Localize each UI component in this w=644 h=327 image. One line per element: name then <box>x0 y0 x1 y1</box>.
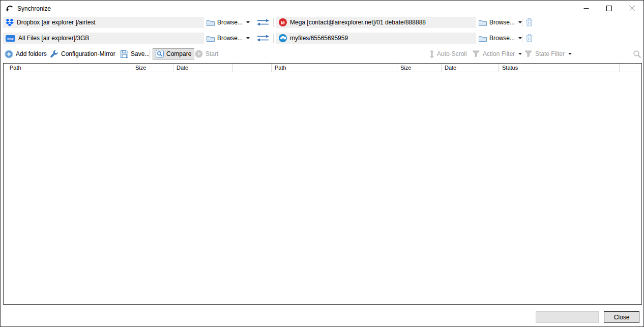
add-icon <box>5 50 13 58</box>
add-folders-label: Add folders <box>16 50 47 57</box>
target-path-text: Mega [contact@airexplorer.net]/01 debate… <box>290 19 426 26</box>
separator <box>273 18 274 27</box>
chevron-down-icon <box>246 21 250 23</box>
add-folders-button[interactable]: Add folders <box>3 48 48 60</box>
wrench-icon <box>50 50 58 58</box>
sync-pair-row: box All Files [air explorer]/3GB Browse.… <box>1 33 643 44</box>
chevron-down-icon <box>568 53 572 55</box>
separator <box>149 50 150 58</box>
auto-scroll-button[interactable]: Auto-Scroll <box>428 48 469 60</box>
sync-direction-button[interactable] <box>256 18 270 26</box>
browse-label: Browse... <box>217 19 243 26</box>
folder-icon <box>479 19 487 26</box>
compare-icon <box>156 50 164 58</box>
results-grid: Path Size Date Path Size Date Status <box>3 63 642 305</box>
compare-label: Compare <box>166 50 191 57</box>
browse-label: Browse... <box>217 35 243 42</box>
grid-header: Path Size Date Path Size Date Status <box>4 64 641 72</box>
target-path-field[interactable]: M Mega [contact@airexplorer.net]/01 deba… <box>276 17 476 28</box>
configuration-mirror-label: Configuration-Mirror <box>61 50 115 57</box>
search-icon <box>633 50 641 58</box>
save-icon <box>121 50 128 58</box>
column-header-filler <box>620 64 641 72</box>
browse-label: Browse... <box>489 19 515 26</box>
source-path-field[interactable]: box All Files [air explorer]/3GB <box>3 33 204 44</box>
column-header-path-left[interactable]: Path <box>4 64 132 72</box>
separator <box>273 34 274 43</box>
mega-icon: M <box>279 18 287 26</box>
save-button[interactable]: Save... <box>119 48 151 60</box>
maximize-icon <box>606 6 612 11</box>
column-header-path-right[interactable]: Path <box>272 64 397 72</box>
state-filter-button[interactable]: State Filter <box>523 48 573 60</box>
close-icon <box>629 6 635 11</box>
play-icon <box>195 50 203 58</box>
auto-scroll-icon <box>429 50 434 58</box>
close-button[interactable]: Close <box>604 311 639 323</box>
svg-text:M: M <box>281 20 285 25</box>
search-button[interactable] <box>631 48 643 60</box>
sync-arrows-icon <box>256 18 270 26</box>
titlebar: Synchronize <box>1 1 643 16</box>
browse-target-button[interactable]: Browse... <box>479 33 522 44</box>
state-filter-label: State Filter <box>535 50 565 57</box>
chevron-down-icon <box>518 53 522 55</box>
sync-arrows-icon <box>256 34 270 42</box>
filter-icon <box>472 50 480 57</box>
opendrive-icon <box>279 34 287 42</box>
toolbar: Add folders Configuration-Mirror Save...… <box>1 48 643 60</box>
chevron-down-icon <box>518 21 522 23</box>
compare-button[interactable]: Compare <box>153 48 194 60</box>
browse-source-button[interactable]: Browse... <box>207 17 250 28</box>
configuration-mirror-button[interactable]: Configuration-Mirror <box>48 48 117 60</box>
column-header-size-left[interactable]: Size <box>132 64 173 72</box>
trash-icon <box>525 34 533 42</box>
secondary-action-button[interactable] <box>536 311 599 323</box>
app-sync-icon <box>6 4 14 13</box>
target-path-field[interactable]: myfiles/65565695959 <box>276 33 476 44</box>
separator <box>522 34 522 43</box>
start-label: Start <box>206 50 218 57</box>
minimize-icon <box>583 6 589 11</box>
column-header-date-left[interactable]: Date <box>173 64 233 72</box>
close-window-button[interactable] <box>621 1 643 16</box>
browse-target-button[interactable]: Browse... <box>479 17 522 28</box>
start-button[interactable]: Start <box>193 48 220 60</box>
grid-body-empty[interactable] <box>4 72 641 304</box>
synchronize-window: Synchronize Dropbox [air explorer ] <box>0 0 644 327</box>
window-controls <box>575 1 643 16</box>
chevron-down-icon <box>246 37 250 39</box>
source-path-text: Dropbox [air explorer ]/airtest <box>17 19 96 26</box>
column-header-action[interactable] <box>233 64 272 72</box>
delete-pair-button[interactable] <box>525 34 534 43</box>
window-title: Synchronize <box>17 5 51 12</box>
dropbox-icon <box>6 19 14 26</box>
target-path-text: myfiles/65565695959 <box>290 35 348 42</box>
browse-source-button[interactable]: Browse... <box>207 33 250 44</box>
box-icon: box <box>6 35 15 42</box>
source-path-text: All Files [air explorer]/3GB <box>18 35 89 42</box>
auto-scroll-label: Auto-Scroll <box>437 50 467 57</box>
column-header-date-right[interactable]: Date <box>442 64 499 72</box>
svg-text:box: box <box>7 37 14 40</box>
sync-pair-row: Dropbox [air explorer ]/airtest Browse..… <box>1 17 643 28</box>
separator <box>522 18 522 27</box>
separator <box>252 34 252 43</box>
column-header-status[interactable]: Status <box>499 64 620 72</box>
maximize-button[interactable] <box>598 1 621 16</box>
sync-direction-button[interactable] <box>256 34 270 42</box>
chevron-down-icon <box>518 37 522 39</box>
folder-icon <box>207 19 215 26</box>
folder-icon <box>479 35 487 42</box>
minimize-button[interactable] <box>575 1 598 16</box>
action-filter-button[interactable]: Action Filter <box>471 48 523 60</box>
save-label: Save... <box>131 50 150 57</box>
delete-pair-button[interactable] <box>525 18 534 27</box>
separator <box>252 18 252 27</box>
folder-icon <box>207 35 215 42</box>
filter-icon <box>524 50 533 57</box>
browse-label: Browse... <box>489 35 515 42</box>
column-header-size-right[interactable]: Size <box>397 64 442 72</box>
trash-icon <box>525 18 533 26</box>
source-path-field[interactable]: Dropbox [air explorer ]/airtest <box>3 17 204 28</box>
